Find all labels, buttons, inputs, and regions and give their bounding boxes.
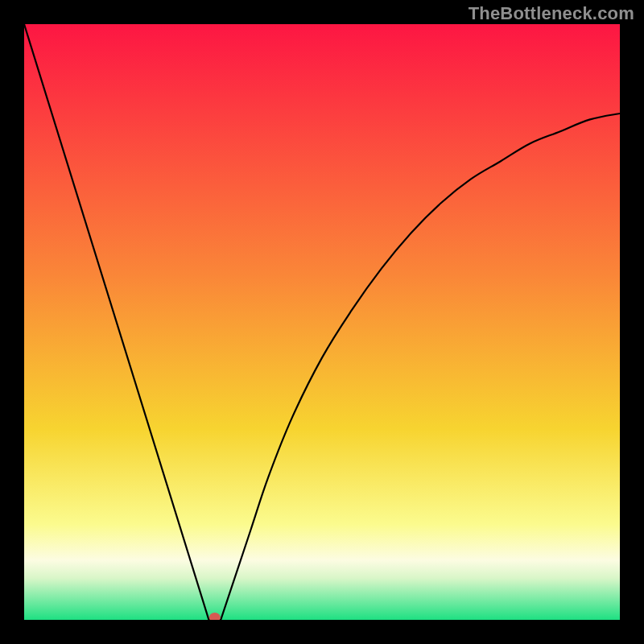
chart-frame: TheBottleneck.com <box>0 0 644 644</box>
gradient-background <box>24 24 620 620</box>
plot-area <box>24 24 620 620</box>
watermark-text: TheBottleneck.com <box>469 3 634 24</box>
